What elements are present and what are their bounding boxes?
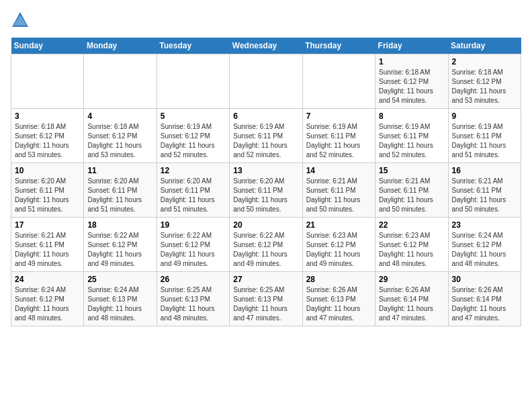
calendar-cell: 16Sunrise: 6:21 AM Sunset: 6:11 PM Dayli…: [448, 163, 521, 218]
week-row-2: 3Sunrise: 6:18 AM Sunset: 6:12 PM Daylig…: [11, 109, 521, 163]
calendar-cell: [84, 54, 157, 109]
calendar-cell: 9Sunrise: 6:19 AM Sunset: 6:11 PM Daylig…: [448, 109, 521, 163]
day-info: Sunrise: 6:20 AM Sunset: 6:11 PM Dayligh…: [233, 177, 298, 214]
day-number: 10: [15, 166, 80, 175]
day-number: 14: [306, 166, 371, 175]
day-number: 2: [452, 57, 517, 66]
day-info: Sunrise: 6:18 AM Sunset: 6:12 PM Dayligh…: [379, 68, 444, 105]
day-number: 28: [306, 275, 371, 284]
week-row-4: 17Sunrise: 6:21 AM Sunset: 6:11 PM Dayli…: [11, 218, 521, 272]
day-info: Sunrise: 6:19 AM Sunset: 6:11 PM Dayligh…: [233, 122, 298, 160]
day-number: 18: [87, 220, 152, 230]
day-number: 5: [161, 111, 226, 121]
calendar-cell: 25Sunrise: 6:24 AM Sunset: 6:13 PM Dayli…: [84, 272, 157, 326]
day-info: Sunrise: 6:18 AM Sunset: 6:12 PM Dayligh…: [87, 122, 152, 160]
calendar-cell: 11Sunrise: 6:20 AM Sunset: 6:11 PM Dayli…: [84, 163, 157, 218]
day-number: 23: [452, 220, 517, 230]
day-info: Sunrise: 6:26 AM Sunset: 6:14 PM Dayligh…: [452, 285, 517, 323]
day-info: Sunrise: 6:19 AM Sunset: 6:12 PM Dayligh…: [161, 122, 226, 160]
calendar-cell: 30Sunrise: 6:26 AM Sunset: 6:14 PM Dayli…: [448, 272, 521, 326]
calendar-cell: 1Sunrise: 6:18 AM Sunset: 6:12 PM Daylig…: [375, 54, 448, 109]
day-number: 15: [379, 166, 444, 175]
calendar-cell: 27Sunrise: 6:25 AM Sunset: 6:13 PM Dayli…: [230, 272, 302, 326]
day-info: Sunrise: 6:20 AM Sunset: 6:11 PM Dayligh…: [15, 177, 80, 214]
day-info: Sunrise: 6:26 AM Sunset: 6:14 PM Dayligh…: [379, 285, 444, 323]
day-number: 6: [233, 111, 298, 121]
day-number: 25: [87, 275, 152, 284]
day-info: Sunrise: 6:18 AM Sunset: 6:12 PM Dayligh…: [15, 122, 80, 160]
calendar-cell: [11, 54, 84, 109]
day-info: Sunrise: 6:24 AM Sunset: 6:12 PM Dayligh…: [452, 231, 517, 269]
calendar-cell: 22Sunrise: 6:23 AM Sunset: 6:12 PM Dayli…: [375, 218, 448, 272]
day-info: Sunrise: 6:22 AM Sunset: 6:12 PM Dayligh…: [161, 231, 226, 269]
day-header-friday: Friday: [375, 38, 448, 54]
calendar-cell: 26Sunrise: 6:25 AM Sunset: 6:13 PM Dayli…: [157, 272, 229, 326]
day-number: 1: [379, 57, 444, 66]
calendar-cell: 4Sunrise: 6:18 AM Sunset: 6:12 PM Daylig…: [84, 109, 157, 163]
day-info: Sunrise: 6:23 AM Sunset: 6:12 PM Dayligh…: [379, 231, 444, 269]
day-info: Sunrise: 6:20 AM Sunset: 6:11 PM Dayligh…: [161, 177, 226, 214]
day-number: 17: [15, 220, 80, 230]
calendar-cell: 2Sunrise: 6:18 AM Sunset: 6:12 PM Daylig…: [448, 54, 521, 109]
calendar-cell: [302, 54, 375, 109]
calendar-cell: 8Sunrise: 6:19 AM Sunset: 6:11 PM Daylig…: [375, 109, 448, 163]
day-header-tuesday: Tuesday: [157, 38, 229, 54]
calendar-cell: 20Sunrise: 6:22 AM Sunset: 6:12 PM Dayli…: [230, 218, 302, 272]
day-number: 22: [379, 220, 444, 230]
calendar-table: SundayMondayTuesdayWednesdayThursdayFrid…: [11, 38, 521, 326]
calendar-cell: 23Sunrise: 6:24 AM Sunset: 6:12 PM Dayli…: [448, 218, 521, 272]
calendar-cell: [230, 54, 302, 109]
day-number: 27: [233, 275, 298, 284]
calendar-cell: 12Sunrise: 6:20 AM Sunset: 6:11 PM Dayli…: [157, 163, 229, 218]
calendar-cell: 6Sunrise: 6:19 AM Sunset: 6:11 PM Daylig…: [230, 109, 302, 163]
header-row: SundayMondayTuesdayWednesdayThursdayFrid…: [11, 38, 521, 54]
calendar-cell: 14Sunrise: 6:21 AM Sunset: 6:11 PM Dayli…: [302, 163, 375, 218]
day-number: 13: [233, 166, 298, 175]
day-number: 24: [15, 275, 80, 284]
logo: [11, 11, 32, 30]
calendar-cell: 29Sunrise: 6:26 AM Sunset: 6:14 PM Dayli…: [375, 272, 448, 326]
day-info: Sunrise: 6:22 AM Sunset: 6:12 PM Dayligh…: [233, 231, 298, 269]
day-number: 3: [15, 111, 80, 121]
day-number: 7: [306, 111, 371, 121]
calendar-cell: 10Sunrise: 6:20 AM Sunset: 6:11 PM Dayli…: [11, 163, 84, 218]
day-info: Sunrise: 6:26 AM Sunset: 6:13 PM Dayligh…: [306, 285, 371, 323]
header: [11, 11, 521, 30]
day-number: 26: [161, 275, 226, 284]
week-row-3: 10Sunrise: 6:20 AM Sunset: 6:11 PM Dayli…: [11, 163, 521, 218]
day-info: Sunrise: 6:21 AM Sunset: 6:11 PM Dayligh…: [379, 177, 444, 214]
day-number: 19: [161, 220, 226, 230]
day-number: 11: [87, 166, 152, 175]
day-info: Sunrise: 6:22 AM Sunset: 6:12 PM Dayligh…: [87, 231, 152, 269]
day-info: Sunrise: 6:25 AM Sunset: 6:13 PM Dayligh…: [161, 285, 226, 323]
day-number: 12: [161, 166, 226, 175]
day-info: Sunrise: 6:20 AM Sunset: 6:11 PM Dayligh…: [87, 177, 152, 214]
day-header-thursday: Thursday: [302, 38, 375, 54]
svg-marker-1: [13, 15, 27, 26]
day-number: 9: [452, 111, 517, 121]
day-header-saturday: Saturday: [448, 38, 521, 54]
day-header-wednesday: Wednesday: [230, 38, 302, 54]
calendar-cell: 3Sunrise: 6:18 AM Sunset: 6:12 PM Daylig…: [11, 109, 84, 163]
calendar-cell: 21Sunrise: 6:23 AM Sunset: 6:12 PM Dayli…: [302, 218, 375, 272]
calendar-cell: 18Sunrise: 6:22 AM Sunset: 6:12 PM Dayli…: [84, 218, 157, 272]
calendar-cell: 28Sunrise: 6:26 AM Sunset: 6:13 PM Dayli…: [302, 272, 375, 326]
day-info: Sunrise: 6:21 AM Sunset: 6:11 PM Dayligh…: [452, 177, 517, 214]
day-info: Sunrise: 6:24 AM Sunset: 6:12 PM Dayligh…: [15, 285, 80, 323]
day-info: Sunrise: 6:23 AM Sunset: 6:12 PM Dayligh…: [306, 231, 371, 269]
day-info: Sunrise: 6:18 AM Sunset: 6:12 PM Dayligh…: [452, 68, 517, 105]
calendar-cell: 24Sunrise: 6:24 AM Sunset: 6:12 PM Dayli…: [11, 272, 84, 326]
day-info: Sunrise: 6:19 AM Sunset: 6:11 PM Dayligh…: [306, 122, 371, 160]
day-info: Sunrise: 6:24 AM Sunset: 6:13 PM Dayligh…: [87, 285, 152, 323]
calendar-cell: [157, 54, 229, 109]
day-number: 30: [452, 275, 517, 284]
week-row-1: 1Sunrise: 6:18 AM Sunset: 6:12 PM Daylig…: [11, 54, 521, 109]
calendar-cell: 13Sunrise: 6:20 AM Sunset: 6:11 PM Dayli…: [230, 163, 302, 218]
day-info: Sunrise: 6:19 AM Sunset: 6:11 PM Dayligh…: [452, 122, 517, 160]
calendar-cell: 17Sunrise: 6:21 AM Sunset: 6:11 PM Dayli…: [11, 218, 84, 272]
day-info: Sunrise: 6:25 AM Sunset: 6:13 PM Dayligh…: [233, 285, 298, 323]
day-header-monday: Monday: [84, 38, 157, 54]
day-info: Sunrise: 6:21 AM Sunset: 6:11 PM Dayligh…: [306, 177, 371, 214]
day-info: Sunrise: 6:19 AM Sunset: 6:11 PM Dayligh…: [379, 122, 444, 160]
calendar-cell: 15Sunrise: 6:21 AM Sunset: 6:11 PM Dayli…: [375, 163, 448, 218]
